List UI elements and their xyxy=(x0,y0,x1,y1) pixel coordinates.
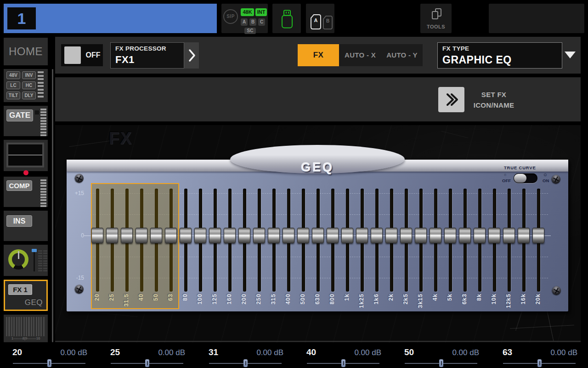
sidebar-gate-panel[interactable]: GATE xyxy=(4,106,48,136)
fx-type-dropdown[interactable]: FX TYPE GRAPHIC EQ xyxy=(437,42,562,69)
badge-tilt[interactable]: TILT xyxy=(6,92,20,99)
rack-bottom-edge xyxy=(55,341,581,342)
set-fx-icon-name-button[interactable] xyxy=(438,87,464,112)
geq-fader-handle-1k6[interactable] xyxy=(371,228,383,243)
tools-button[interactable]: TOOLS xyxy=(420,4,452,33)
geq-band-label-800: 800 xyxy=(329,293,335,305)
band-gain-slider-handle[interactable] xyxy=(439,359,443,367)
geq-band-label-1k25: 1k25 xyxy=(358,293,365,308)
true-curve-toggle[interactable] xyxy=(514,173,537,183)
geq-fader-handle-25[interactable] xyxy=(106,228,118,243)
tab-auto-x[interactable]: AUTO - X xyxy=(339,44,381,66)
fx-power-toggle[interactable]: OFF xyxy=(61,44,103,66)
geq-fader-handle-3k15[interactable] xyxy=(415,228,427,243)
band-strip-25: 250.00 dB xyxy=(98,344,196,368)
sip-indicator[interactable]: SIP xyxy=(223,9,238,24)
geq-fader-handle-800[interactable] xyxy=(327,228,339,243)
badge-hc[interactable]: HC xyxy=(22,81,36,89)
channel-fader-track[interactable] xyxy=(34,251,35,271)
dropdown-arrow-icon[interactable] xyxy=(565,52,576,58)
geq-fader-handle-125[interactable] xyxy=(209,228,221,243)
sidebar-insert-panel[interactable]: INS xyxy=(4,211,48,241)
geq-fader-handle-2k[interactable] xyxy=(385,228,397,243)
band-gain-slider-handle[interactable] xyxy=(341,359,345,367)
true-curve-toggle-knob[interactable] xyxy=(514,174,526,183)
geq-scale-plus15: +15 xyxy=(69,190,84,196)
geq-fader-handle-500[interactable] xyxy=(297,228,309,243)
sidebar-fader-panel[interactable] xyxy=(4,245,48,276)
card-slots-panel: A B xyxy=(306,4,334,33)
geq-fader-handle-40[interactable] xyxy=(136,228,147,243)
fx-mode-tabs: FX AUTO - X AUTO - Y xyxy=(298,44,423,66)
geq-fader-handle-1k25[interactable] xyxy=(356,228,368,243)
set-fx-label-line1: SET FX xyxy=(466,89,521,100)
geq-band-label-630: 630 xyxy=(314,293,321,305)
layer-a-button[interactable]: A xyxy=(241,18,248,26)
true-curve-on-label: ON xyxy=(543,178,549,183)
band-gain-slider-handle[interactable] xyxy=(243,359,248,367)
sidebar-eq-panel[interactable] xyxy=(4,140,48,171)
fx-power-label: OFF xyxy=(83,44,103,66)
fx-rack-logo: FX xyxy=(109,129,132,148)
sidebar-meter-bridge[interactable]: 1--------8|9--------16 xyxy=(4,315,48,342)
geq-selection-box[interactable] xyxy=(91,183,179,309)
geq-fader-handle-20k[interactable] xyxy=(532,228,544,243)
geq-fader-handle-12k5[interactable] xyxy=(503,228,515,243)
geq-band-label-400: 400 xyxy=(285,293,291,305)
geq-fader-handle-16k[interactable] xyxy=(518,228,530,243)
geq-scale-zero: 0 xyxy=(69,232,84,239)
geq-fader-handle-63[interactable] xyxy=(165,228,177,243)
home-button[interactable]: HOME xyxy=(4,38,48,65)
sc-button[interactable]: SC xyxy=(244,28,256,34)
geq-fader-handle-80[interactable] xyxy=(180,228,192,243)
geq-fader-handle-315[interactable] xyxy=(268,228,280,243)
channel-meter-right xyxy=(43,250,47,271)
geq-fader-handle-31.5[interactable] xyxy=(121,228,133,243)
geq-fader-handle-20[interactable] xyxy=(91,228,103,243)
badge-48v[interactable]: 48V xyxy=(6,71,20,79)
band-gain-slider-handle[interactable] xyxy=(47,359,51,367)
geq-fader-handle-8k[interactable] xyxy=(474,228,486,243)
sidebar-scrollbar[interactable] xyxy=(52,69,53,342)
geq-fader-handle-10k[interactable] xyxy=(488,228,500,243)
geq-fader-handle-250[interactable] xyxy=(253,228,265,243)
fx-power-toggle-square[interactable] xyxy=(64,46,81,64)
geq-fader-handle-160[interactable] xyxy=(224,228,236,243)
badge-dly[interactable]: DLY xyxy=(22,92,36,99)
copy-pages-icon-front xyxy=(432,11,438,19)
channel-fader-cap[interactable] xyxy=(32,249,37,252)
geq-fader-handle-200[interactable] xyxy=(238,228,250,243)
geq-fader-handle-630[interactable] xyxy=(312,228,324,243)
fx-processor-selector[interactable]: FX PROCESSOR FX1 xyxy=(110,42,184,69)
geq-fader-handle-2k5[interactable] xyxy=(400,228,412,243)
fx-type-value: GRAPHIC EQ xyxy=(442,54,512,66)
sidebar-comp-panel[interactable]: COMP xyxy=(4,177,48,207)
geq-band-label-2k5: 2k5 xyxy=(402,293,409,305)
band-strip-value: 0.00 dB xyxy=(137,348,185,357)
badge-lc[interactable]: LC xyxy=(6,81,20,89)
sidebar-input-panel[interactable]: 48VINVLCHCTILTDLY xyxy=(4,69,48,102)
usb-status-button[interactable] xyxy=(272,4,301,33)
geq-fader-handle-6k3[interactable] xyxy=(459,228,471,243)
channel-header[interactable]: 1 xyxy=(4,4,217,33)
geq-fader-handle-400[interactable] xyxy=(283,228,294,243)
layer-b-button[interactable]: B xyxy=(249,18,256,26)
tab-auto-y[interactable]: AUTO - Y xyxy=(381,44,423,66)
geq-fader-handle-100[interactable] xyxy=(194,228,206,243)
status-panel: SIP 48K INT A B C SC xyxy=(221,4,268,33)
band-strip-20: 200.00 dB xyxy=(0,344,98,368)
geq-fader-handle-50[interactable] xyxy=(150,228,162,243)
geq-fader-handle-1k[interactable] xyxy=(341,228,353,243)
geq-fader-handle-5k[interactable] xyxy=(444,228,456,243)
band-strip-freq: 20 xyxy=(12,347,22,357)
layer-c-button[interactable]: C xyxy=(258,18,265,26)
geq-fader-handle-4k[interactable] xyxy=(430,228,441,243)
badge-inv[interactable]: INV xyxy=(22,71,36,79)
band-gain-slider-handle[interactable] xyxy=(145,359,149,367)
band-strip-freq: 40 xyxy=(306,347,316,357)
band-gain-slider-handle[interactable] xyxy=(537,359,542,367)
sidebar-fx1-panel[interactable]: FX 1 GEQ xyxy=(4,280,48,311)
tab-fx[interactable]: FX xyxy=(298,44,339,66)
fx-processor-next-button[interactable] xyxy=(184,42,199,69)
info-display-panel xyxy=(489,4,584,33)
